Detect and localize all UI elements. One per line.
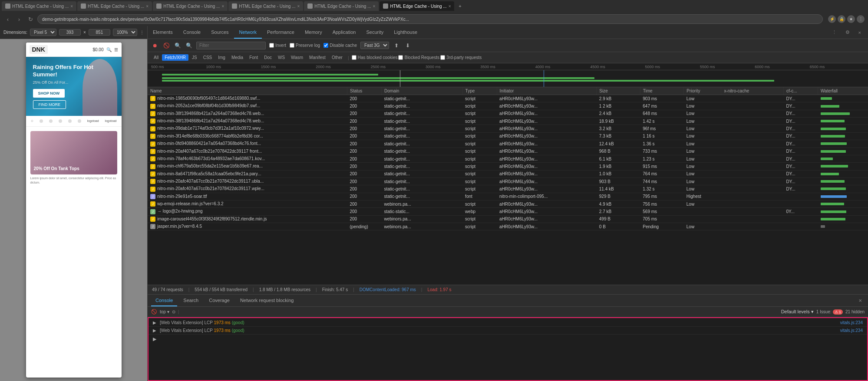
tab-network[interactable]: Network bbox=[234, 26, 262, 39]
shop-now-button[interactable]: SHOP NOW bbox=[33, 89, 65, 98]
preserve-log-checkbox[interactable] bbox=[290, 43, 294, 48]
table-row[interactable]: Jjasper.min.js?ver=8.4.5 (pending) webin… bbox=[148, 223, 868, 230]
log-source-2[interactable]: vitals.js:234 bbox=[840, 328, 863, 333]
filter-wasm[interactable]: Wasm bbox=[288, 54, 306, 61]
table-row[interactable]: Jnitro-min-3f14ef8e68b0336c668774abf6b2e… bbox=[148, 132, 868, 140]
log-source-1[interactable]: vitals.js:234 bbox=[840, 320, 863, 325]
browser-tab-1[interactable]: HTML Edge Cache - Using ... × bbox=[2, 1, 76, 11]
table-row[interactable]: J→ logo@2x-hrwing.png 200 static-static.… bbox=[148, 208, 868, 215]
table-row[interactable]: Jnitro-min-0fd9408860421e7a054a07368bd4c… bbox=[148, 140, 868, 148]
preserve-log-label[interactable]: Preserve log bbox=[290, 43, 320, 48]
filter-media[interactable]: Media bbox=[229, 54, 246, 61]
table-row[interactable]: Jnitro-min-chf679a50brc55da2e115ear1b5b3… bbox=[148, 163, 868, 170]
extension-btn-3[interactable]: ★ bbox=[847, 15, 855, 23]
table-row[interactable]: Jimage-carousel4455c0f3f38249f2f8907512.… bbox=[148, 215, 868, 223]
extension-btn-1[interactable]: ⚡ bbox=[828, 15, 836, 23]
console-input[interactable] bbox=[159, 337, 863, 342]
tab-console[interactable]: Console bbox=[178, 26, 206, 39]
col-waterfall[interactable]: Waterfall bbox=[818, 87, 868, 95]
tab-performance[interactable]: Performance bbox=[262, 26, 300, 39]
find-more-button[interactable]: FIND MORE bbox=[33, 100, 66, 109]
console-filter-btn2[interactable]: ⊙ bbox=[172, 309, 175, 314]
table-row[interactable]: Jnitro-min-78af4c463b673d14a48932ae7da60… bbox=[148, 155, 868, 162]
tab-close-5[interactable]: × bbox=[373, 4, 376, 9]
col-status[interactable]: Status bbox=[347, 87, 381, 95]
tab-lighthouse[interactable]: Lighthouse bbox=[389, 26, 422, 39]
table-row[interactable]: Jnitro-min-2052a1ce09bf08bf04b1d30fb9849… bbox=[148, 102, 868, 110]
settings-btn[interactable]: ⋮ bbox=[857, 15, 865, 23]
tab-memory[interactable]: Memory bbox=[300, 26, 327, 39]
reload-button[interactable]: ↻ bbox=[26, 15, 35, 23]
col-time[interactable]: Time bbox=[640, 87, 684, 95]
console-default-levels[interactable]: Default levels ▾ bbox=[781, 309, 814, 315]
filter-manifest[interactable]: Manifest bbox=[307, 54, 328, 61]
console-log-row-2[interactable]: ▶ [Web Vitals Extension] LCP 1973 ms (go… bbox=[148, 327, 868, 335]
url-bar[interactable]: demo-getnitropack-main-ivailo.nitropack.… bbox=[37, 14, 823, 24]
devtools-settings-icon[interactable]: ⚙ bbox=[843, 29, 852, 36]
filter-ws[interactable]: WS bbox=[275, 54, 287, 61]
zoom-selector[interactable]: 100% bbox=[113, 29, 137, 36]
table-row[interactable]: Jnitro-min-1985d0690bf905497c1d8645d1698… bbox=[148, 95, 868, 102]
blocked-cookies-checkbox[interactable] bbox=[352, 55, 356, 60]
table-row[interactable]: Jwp-emoji-release.min.js?ver=6.3.2 200 w… bbox=[148, 200, 868, 208]
forward-button[interactable]: › bbox=[15, 15, 23, 23]
filter-img[interactable]: Img bbox=[215, 54, 228, 61]
import-button[interactable]: ⬆ bbox=[393, 42, 400, 49]
filter-font[interactable]: Font bbox=[247, 54, 261, 61]
devtools-dock-icon[interactable]: ⋮ bbox=[829, 29, 839, 36]
blocked-requests-label[interactable]: Blocked Requests bbox=[398, 55, 439, 60]
filter-icon[interactable]: 🔍 bbox=[174, 42, 182, 49]
console-input-row[interactable]: ▶ bbox=[148, 335, 868, 344]
more-options-icon[interactable]: ⋮ bbox=[140, 30, 144, 35]
height-input[interactable] bbox=[89, 29, 110, 36]
filter-other[interactable]: Other bbox=[329, 54, 345, 61]
browser-tab-4[interactable]: HTML Edge Cache - Using ... × bbox=[228, 1, 303, 11]
col-priority[interactable]: Priority bbox=[684, 87, 721, 95]
col-initiator[interactable]: Initiator bbox=[497, 87, 597, 95]
tab-close-1[interactable]: × bbox=[70, 4, 73, 9]
back-button[interactable]: ‹ bbox=[3, 15, 12, 23]
tab-application[interactable]: Application bbox=[327, 26, 361, 39]
disable-cache-checkbox[interactable] bbox=[323, 43, 328, 48]
col-domain[interactable]: Domain bbox=[381, 87, 462, 95]
console-filter-top[interactable]: top ▾ bbox=[160, 309, 169, 314]
table-row[interactable]: Jnitro-min-20afc407a67cc0b21e7078422dc39… bbox=[148, 185, 868, 193]
network-table-container[interactable]: Name Status Domain Type Initiator Size T… bbox=[148, 87, 868, 285]
table-row[interactable]: Jnitro-min-29e91e5-soar.ttf 200 static-g… bbox=[148, 193, 868, 200]
col-type[interactable]: Type bbox=[462, 87, 497, 95]
search-button[interactable]: 🔍 bbox=[185, 42, 193, 49]
invert-checkbox-label[interactable]: Invert bbox=[269, 43, 286, 48]
console-log-row-1[interactable]: ▶ [Web Vitals Extension] LCP 1973 ms (go… bbox=[148, 319, 868, 327]
filter-css[interactable]: CSS bbox=[201, 54, 215, 61]
invert-checkbox[interactable] bbox=[269, 43, 274, 48]
tab-sources[interactable]: Sources bbox=[206, 26, 234, 39]
browser-tab-6[interactable]: HTML Edge Cache - Using ... × bbox=[380, 1, 454, 11]
col-xcache[interactable]: x-nitro-cache bbox=[721, 87, 784, 95]
tab-close-2[interactable]: × bbox=[146, 4, 149, 9]
third-party-label[interactable]: 3rd-party requests bbox=[440, 55, 482, 60]
devtools-close-icon[interactable]: × bbox=[856, 29, 864, 36]
console-tab-console[interactable]: Console bbox=[151, 295, 177, 306]
table-row[interactable]: Jnitro-min-20af407a67cc0b21e7078422dc391… bbox=[148, 148, 868, 155]
tab-close-6[interactable]: × bbox=[449, 4, 451, 9]
menu-icon[interactable]: ☰ bbox=[114, 47, 118, 52]
filter-fetchxhr[interactable]: Fetch/XHR bbox=[162, 54, 188, 61]
browser-tab-3[interactable]: HTML Edge Cache - Using ... × bbox=[153, 1, 228, 11]
tab-close-4[interactable]: × bbox=[297, 4, 300, 9]
expand-arrow-1[interactable]: ▶ bbox=[153, 320, 156, 325]
filter-doc[interactable]: Doc bbox=[261, 54, 274, 61]
extension-btn-2[interactable]: 🔒 bbox=[838, 15, 845, 23]
console-close-button[interactable]: × bbox=[856, 297, 865, 304]
console-tab-coverage[interactable]: Coverage bbox=[205, 295, 234, 306]
search-icon[interactable]: 🔍 bbox=[106, 47, 112, 52]
third-party-checkbox[interactable] bbox=[440, 55, 445, 60]
width-input[interactable] bbox=[59, 29, 81, 36]
device-selector[interactable]: Pixel 5 bbox=[30, 29, 56, 36]
disable-cache-label[interactable]: Disable cache bbox=[323, 43, 357, 48]
console-tab-search[interactable]: Search bbox=[179, 295, 203, 306]
throttle-selector[interactable]: Fast 3G bbox=[360, 42, 389, 49]
filter-js[interactable]: JS bbox=[189, 54, 200, 61]
table-row[interactable]: Jnitro-min-20afc407a67cc0b21e7078422dc39… bbox=[148, 177, 868, 185]
browser-tab-2[interactable]: HTML Edge Cache - Using ... × bbox=[77, 1, 152, 11]
console-filter-input-placeholder[interactable]: | bbox=[178, 309, 179, 314]
